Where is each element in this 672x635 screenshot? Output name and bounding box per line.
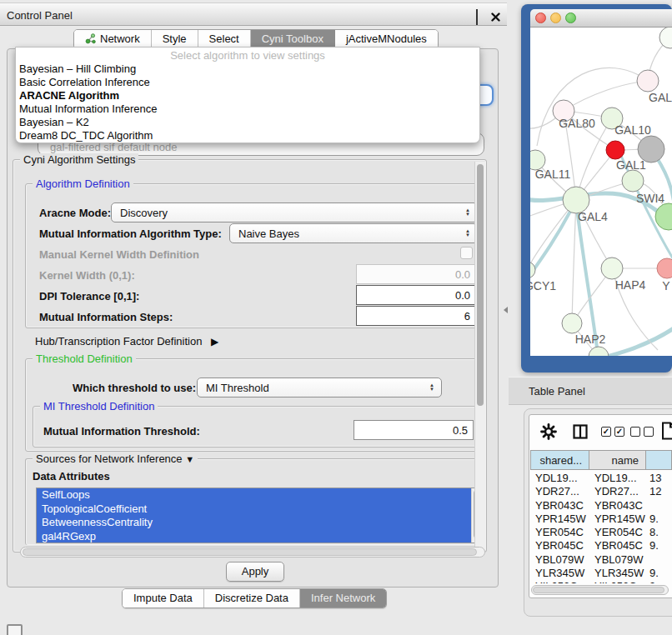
list-item-selected[interactable]: gal4RGexp — [37, 530, 482, 544]
network-node[interactable] — [530, 262, 535, 278]
list-item-selected[interactable]: BetweennessCentrality — [37, 516, 482, 530]
network-node-selected[interactable] — [606, 141, 624, 159]
aracne-mode-select[interactable]: Discovery ▲▼ — [111, 202, 478, 222]
network-node[interactable] — [657, 258, 672, 278]
which-threshold-label: Which threshold to use: — [73, 382, 196, 394]
close-panel-button[interactable] — [491, 10, 502, 21]
mi-type-label: Mutual Information Algorithm Type: — [39, 228, 222, 240]
network-node[interactable] — [622, 170, 644, 192]
table-row[interactable]: YPR145WYPR145W9. — [530, 512, 672, 526]
hub-definition-toggle[interactable]: Hub/Transcription Factor Definition ▶ — [35, 335, 218, 348]
tab-cyni-toolbox[interactable]: Cyni Toolbox — [251, 30, 335, 48]
bottom-tabs: Impute Data Discretize Data Infer Networ… — [122, 588, 387, 608]
mi-threshold-definition-group: MI Threshold Definition Mutual Informati… — [33, 406, 478, 448]
table-row[interactable]: YDL19...YDL19...13 — [530, 472, 672, 485]
network-canvas[interactable]: GAL GAL80 GAL10 GAL1 GAL11 SWI4 GAL4 GCY… — [530, 28, 672, 356]
checkbox-unchecked-icon — [644, 427, 654, 437]
tab-label: Discretize Data — [215, 592, 288, 604]
network-node[interactable] — [659, 28, 672, 48]
tab-impute-data[interactable]: Impute Data — [123, 589, 204, 608]
table-horizontal-scrollbar[interactable] — [531, 585, 669, 595]
column-header-partial[interactable] — [646, 450, 672, 470]
float-icon — [476, 9, 478, 25]
algorithm-option[interactable]: Dream8 DC_TDC Algorithm — [16, 129, 479, 142]
dpi-tolerance-label: DPI Tolerance [0,1]: — [39, 290, 139, 302]
node-label: Y — [662, 279, 670, 292]
dropdown-prompt: Select algorithm to view settings — [16, 49, 479, 62]
tab-jactivemnodules[interactable]: jActiveMNodules — [335, 30, 438, 48]
column-header-shared-name[interactable]: shared... — [530, 450, 589, 470]
tab-infer-network[interactable]: Infer Network — [300, 589, 386, 608]
settings-horizontal-scrollbar[interactable] — [20, 547, 485, 558]
table-row[interactable]: YDR27...YDR27...12 — [530, 485, 672, 498]
mi-steps-input[interactable]: 6 — [356, 306, 476, 326]
network-node[interactable] — [601, 258, 623, 279]
dpi-tolerance-input[interactable]: 0.0 — [356, 285, 476, 305]
algorithm-option-highlighted[interactable]: ARACNE Algorithm — [16, 89, 479, 102]
control-panel-titlebar: Control Panel — [0, 2, 507, 26]
network-window-titlebar[interactable] — [530, 9, 672, 28]
splitter-collapse-arrow[interactable] — [504, 307, 508, 313]
table-row[interactable]: YBL079WYBL079W — [530, 553, 672, 567]
kernel-width-label: Kernel Width (0,1): — [39, 269, 135, 282]
group-title: MI Threshold Definition — [40, 400, 158, 412]
settings-vertical-scrollbar[interactable] — [474, 162, 485, 550]
list-item-selected[interactable]: SelfLoops — [37, 488, 482, 502]
algorithm-option[interactable]: Basic Correlation Inference — [16, 76, 479, 89]
list-item-selected[interactable]: TopologicalCoefficient — [37, 502, 482, 517]
tab-network[interactable]: Network — [74, 30, 152, 48]
manual-kernel-checkbox[interactable] — [460, 247, 473, 259]
table-row[interactable]: YER054CYER054C8. — [530, 526, 672, 539]
selected-value: Discovery — [120, 207, 465, 219]
algorithm-option[interactable]: Mutual Information Inference — [16, 102, 479, 116]
minimize-traffic-light-icon[interactable] — [550, 12, 561, 23]
which-threshold-select[interactable]: MI Threshold ▲▼ — [197, 378, 442, 398]
network-tab-icon — [85, 33, 96, 44]
data-attributes-list: SelfLoops TopologicalCoefficient Between… — [36, 488, 483, 543]
columns-icon[interactable] — [573, 424, 588, 439]
network-node[interactable] — [637, 70, 659, 92]
float-panel-button[interactable] — [475, 10, 486, 21]
mi-type-select[interactable]: Naive Bayes ▲▼ — [229, 223, 478, 243]
gear-icon[interactable] — [540, 423, 557, 440]
apply-button[interactable]: Apply — [226, 562, 284, 582]
show-checked-columns-button[interactable]: ✓ ✓ — [601, 427, 624, 437]
node-label: GAL80 — [559, 117, 595, 130]
file-icon[interactable] — [661, 422, 672, 440]
algorithm-combobox-fragment[interactable] — [479, 84, 494, 106]
table-rows: YDL19...YDL19...13 YDR27...YDR27...12 YB… — [530, 472, 672, 583]
table-row[interactable]: YIL052CYIL052C9 — [530, 580, 672, 583]
tab-discretize-data[interactable]: Discretize Data — [204, 589, 300, 608]
checkbox-unchecked-icon — [630, 427, 640, 437]
node-label: SWI4 — [636, 192, 664, 205]
table-row[interactable]: YLR345WYLR345W9. — [530, 567, 672, 580]
tab-label: Infer Network — [311, 592, 375, 604]
tab-select[interactable]: Select — [198, 30, 251, 48]
chevron-up-down-icon: ▲▼ — [429, 383, 434, 392]
mi-threshold-input[interactable]: 0.5 — [354, 420, 474, 440]
kernel-width-input[interactable]: 0.0 — [356, 264, 476, 284]
zoom-traffic-light-icon[interactable] — [565, 12, 576, 23]
node-label: GCY1 — [530, 279, 556, 292]
table-row[interactable]: YBR043CYBR043C — [530, 499, 672, 512]
checkbox-checked-icon: ✓ — [601, 427, 611, 437]
algorithm-option[interactable]: Bayesian – K2 — [16, 116, 479, 129]
algorithm-dropdown-popup: Select algorithm to view settings Bayesi… — [15, 47, 480, 143]
tab-label: jActiveMNodules — [346, 32, 427, 45]
hide-unchecked-columns-button[interactable] — [630, 427, 654, 437]
tab-style[interactable]: Style — [152, 30, 198, 48]
threshold-definition-group: Threshold Definition Which threshold to … — [25, 358, 484, 452]
group-title: Algorithm Definition — [33, 178, 133, 190]
node-label: HAP2 — [575, 332, 606, 346]
network-graph: GAL GAL80 GAL10 GAL1 GAL11 SWI4 GAL4 GCY… — [530, 28, 672, 356]
table-row[interactable]: YBR045CYBR045C9. — [530, 539, 672, 552]
tab-label: Select — [209, 32, 239, 45]
node-label: GAL — [649, 91, 672, 104]
algorithm-option[interactable]: Bayesian – Hill Climbing — [16, 62, 479, 76]
network-node[interactable] — [562, 313, 582, 333]
minimized-panel-icon[interactable] — [7, 624, 23, 635]
chevron-up-down-icon: ▲▼ — [465, 229, 470, 238]
close-traffic-light-icon[interactable] — [535, 12, 546, 23]
network-node[interactable] — [655, 203, 672, 230]
column-header-name[interactable]: name — [589, 450, 646, 470]
